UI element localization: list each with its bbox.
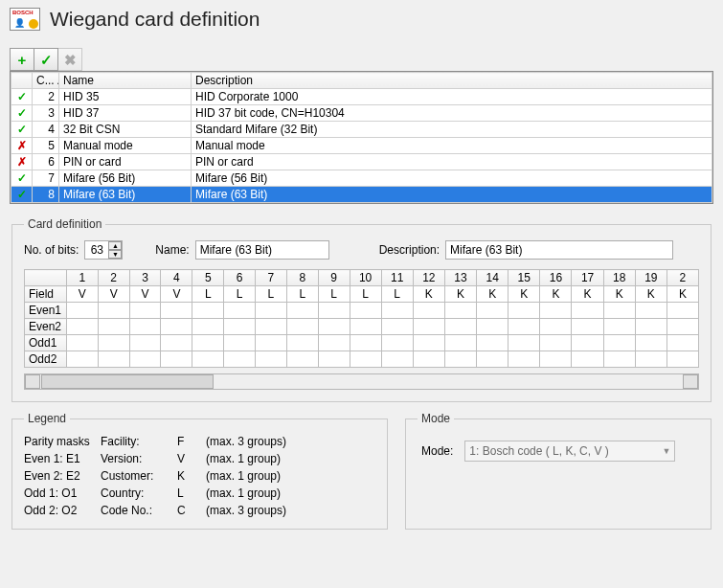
bit-cell[interactable] (318, 303, 350, 319)
bit-cell[interactable]: K (635, 286, 667, 303)
no-of-bits-input[interactable] (85, 242, 108, 258)
bit-cell[interactable] (161, 319, 192, 335)
bit-cell[interactable] (381, 319, 413, 335)
bit-cell[interactable] (667, 351, 698, 368)
bit-cell[interactable] (192, 319, 224, 335)
bit-cell[interactable] (444, 303, 476, 319)
bit-cell[interactable]: V (66, 286, 98, 303)
bit-cell[interactable] (667, 319, 698, 335)
bit-cell[interactable]: K (413, 286, 444, 303)
bit-cell[interactable] (286, 303, 318, 319)
bit-cell[interactable]: V (161, 286, 192, 303)
bit-cell[interactable] (350, 335, 381, 351)
bit-cell[interactable]: L (286, 286, 318, 303)
bit-cell[interactable] (508, 351, 540, 368)
apply-button[interactable]: ✓ (34, 48, 58, 71)
bit-cell[interactable]: V (129, 286, 161, 303)
bit-cell[interactable] (603, 303, 635, 319)
bit-cell[interactable] (66, 319, 98, 335)
description-input[interactable] (445, 240, 673, 260)
bit-cell[interactable]: K (603, 286, 635, 303)
bit-cell[interactable] (256, 303, 287, 319)
col-description[interactable]: Description (192, 73, 712, 89)
bit-cell[interactable] (477, 319, 508, 335)
bit-cell[interactable] (572, 303, 603, 319)
bit-cell[interactable] (286, 351, 318, 368)
bit-cell[interactable] (129, 303, 161, 319)
scroll-left-icon[interactable] (25, 374, 40, 389)
mode-select[interactable]: 1: Bosch code ( L, K, C, V ) ▼ (464, 441, 675, 462)
bit-cell[interactable] (192, 335, 224, 351)
bit-cell[interactable] (413, 335, 444, 351)
bit-cell[interactable] (635, 335, 667, 351)
bit-cell[interactable] (98, 351, 129, 368)
bit-cell[interactable] (129, 319, 161, 335)
bit-cell[interactable] (66, 335, 98, 351)
bit-cell[interactable] (256, 335, 287, 351)
bit-cell[interactable] (635, 303, 667, 319)
bit-cell[interactable] (603, 319, 635, 335)
bit-cell[interactable] (98, 335, 129, 351)
bit-cell[interactable]: K (477, 286, 508, 303)
bit-cell[interactable]: K (667, 286, 698, 303)
col-count[interactable]: C... ▴ (33, 73, 59, 89)
bit-cell[interactable]: K (444, 286, 476, 303)
bit-cell[interactable] (161, 335, 192, 351)
bit-cell[interactable]: K (508, 286, 540, 303)
bit-cell[interactable]: K (572, 286, 603, 303)
bit-cell[interactable] (224, 319, 256, 335)
table-row[interactable]: ✗6PIN or cardPIN or card (11, 154, 712, 170)
bit-cell[interactable] (350, 351, 381, 368)
bit-cell[interactable] (508, 319, 540, 335)
table-row[interactable]: ✓3HID 37HID 37 bit code, CN=H10304 (11, 105, 712, 122)
bit-cell[interactable] (381, 335, 413, 351)
bit-cell[interactable] (477, 303, 508, 319)
col-name[interactable]: Name (59, 73, 192, 89)
bit-cell[interactable] (192, 351, 224, 368)
bit-cell[interactable] (508, 335, 540, 351)
bit-cell[interactable] (318, 335, 350, 351)
bit-cell[interactable] (318, 319, 350, 335)
bit-cell[interactable] (224, 335, 256, 351)
bit-cell[interactable] (350, 319, 381, 335)
col-status-icon[interactable] (11, 73, 33, 89)
scroll-right-icon[interactable] (683, 374, 698, 389)
bit-cell[interactable] (286, 319, 318, 335)
bit-cell[interactable] (540, 319, 572, 335)
bit-cell[interactable] (540, 303, 572, 319)
bit-cell[interactable] (129, 351, 161, 368)
bit-cell[interactable]: L (256, 286, 287, 303)
bit-cell[interactable] (667, 303, 698, 319)
bit-cell[interactable] (540, 335, 572, 351)
table-row[interactable]: ✓7Mifare (56 Bit)Mifare (56 Bit) (11, 170, 712, 187)
bit-cell[interactable] (603, 335, 635, 351)
bit-cell[interactable] (98, 303, 129, 319)
horizontal-scrollbar[interactable] (24, 373, 699, 390)
bit-cell[interactable] (444, 335, 476, 351)
table-row[interactable]: ✗5Manual modeManual mode (11, 138, 712, 154)
bit-cell[interactable] (66, 351, 98, 368)
scroll-thumb[interactable] (41, 374, 214, 389)
bit-cell[interactable] (413, 303, 444, 319)
bit-cell[interactable] (635, 351, 667, 368)
delete-button[interactable]: ✖ (57, 48, 82, 71)
bit-cell[interactable] (477, 351, 508, 368)
bit-cell[interactable]: L (350, 286, 381, 303)
bit-cell[interactable]: V (98, 286, 129, 303)
bit-cell[interactable] (129, 335, 161, 351)
bit-cell[interactable] (192, 303, 224, 319)
bit-cell[interactable]: K (540, 286, 572, 303)
bit-cell[interactable] (161, 351, 192, 368)
bit-cell[interactable] (477, 335, 508, 351)
name-input[interactable] (195, 240, 329, 260)
bit-cell[interactable] (413, 351, 444, 368)
bits-grid[interactable]: 123456789101112131415161718192FieldVVVVL… (24, 269, 699, 368)
spin-down-icon[interactable]: ▼ (108, 250, 122, 259)
bit-cell[interactable] (572, 351, 603, 368)
spin-up-icon[interactable]: ▲ (108, 241, 122, 250)
bit-cell[interactable] (318, 351, 350, 368)
bit-cell[interactable] (256, 351, 287, 368)
bit-cell[interactable] (572, 335, 603, 351)
bit-cell[interactable] (161, 303, 192, 319)
bit-cell[interactable] (667, 335, 698, 351)
